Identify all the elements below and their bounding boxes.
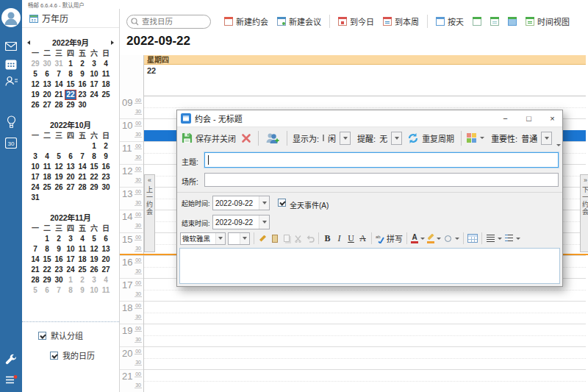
day-cell[interactable]: 13 — [65, 162, 76, 172]
day-cell[interactable]: 9 — [100, 152, 112, 162]
day-cell[interactable]: 29 — [88, 182, 100, 193]
invite-attendees-button[interactable] — [265, 132, 280, 144]
settings-button[interactable] — [5, 354, 17, 366]
day-cell[interactable]: 9 — [76, 69, 88, 79]
day-cell[interactable]: 19 — [53, 172, 65, 182]
day-cell[interactable]: 18 — [100, 79, 112, 90]
list-button[interactable] — [504, 232, 514, 244]
day-cell[interactable]: 1 — [41, 234, 53, 244]
prev-month-arrow-icon[interactable] — [27, 40, 30, 45]
day-cell[interactable]: 1 — [88, 141, 100, 152]
day-cell[interactable]: 26 — [53, 182, 65, 193]
day-cell[interactable]: 2 — [100, 141, 112, 152]
day-cell[interactable]: 6 — [100, 234, 112, 244]
highlight-button[interactable] — [427, 234, 434, 243]
save-and-close-button[interactable]: 保存并关闭 — [182, 132, 236, 144]
day-cell[interactable]: 12 — [88, 244, 100, 254]
day-cell[interactable]: 21 — [53, 90, 65, 100]
day-cell[interactable]: 28 — [29, 275, 41, 285]
day-cell[interactable]: 5 — [53, 152, 65, 162]
appointment-body-editor[interactable] — [179, 248, 560, 284]
day-hour-slot[interactable] — [144, 324, 586, 347]
day-cell[interactable]: 14 — [53, 79, 65, 90]
day-cell[interactable]: 3 — [29, 152, 41, 162]
delete-button[interactable] — [241, 133, 251, 143]
font-color-button[interactable]: A — [411, 234, 418, 243]
importance-dropdown[interactable] — [541, 132, 552, 145]
new-meeting-button[interactable]: 新建会议 — [277, 15, 321, 27]
day-cell[interactable]: 2 — [53, 234, 65, 244]
search-input[interactable] — [126, 15, 211, 29]
day-cell[interactable]: 7 — [76, 152, 88, 162]
calendar-nav-button[interactable] — [5, 59, 17, 70]
day-cell[interactable]: 20 — [41, 90, 53, 100]
day-cell[interactable]: 7 — [29, 244, 41, 254]
day-cell[interactable]: 12 — [53, 162, 65, 172]
day-cell[interactable]: 12 — [29, 79, 41, 90]
adjacent-month-day-cell[interactable]: 4 — [100, 275, 112, 285]
view-work-week-button[interactable] — [473, 17, 481, 26]
day-cell[interactable]: 2 — [76, 59, 88, 69]
day-cell[interactable]: 10 — [65, 244, 76, 254]
previous-appointment-tab[interactable]: « 上一约会 — [144, 174, 155, 252]
cut-button[interactable] — [293, 232, 303, 244]
menu-button[interactable] — [5, 374, 18, 385]
day-cell[interactable]: 16 — [53, 254, 65, 265]
dialog-titlebar[interactable]: 约会 - 无标题 − □ × — [177, 110, 562, 126]
day-cell[interactable]: 26 — [88, 265, 100, 275]
day-cell[interactable]: 13 — [41, 79, 53, 90]
calendar-filter-item[interactable]: 我的日历 — [50, 349, 119, 361]
day-cell[interactable]: 28 — [76, 182, 88, 193]
day-hour-slot[interactable] — [144, 347, 586, 370]
bold-button[interactable]: B — [323, 232, 332, 244]
recurrence-button[interactable]: 重复周期 — [407, 132, 454, 144]
end-date-combo[interactable]: 2022-09-22 — [212, 215, 270, 229]
day-cell[interactable]: 1 — [65, 59, 76, 69]
day-cell[interactable]: 11 — [100, 69, 112, 79]
day-cell[interactable]: 24 — [65, 265, 76, 275]
adjacent-month-day-cell[interactable]: 5 — [29, 285, 41, 296]
adjacent-month-day-cell[interactable]: 7 — [53, 285, 65, 296]
day-cell[interactable]: 6 — [65, 152, 76, 162]
day-cell[interactable]: 4 — [41, 152, 53, 162]
day-cell[interactable]: 21 — [29, 265, 41, 275]
day-cell[interactable]: 24 — [88, 90, 100, 100]
day-cell[interactable]: 29 — [41, 275, 53, 285]
day-hour-slot[interactable] — [144, 302, 586, 324]
undo-button[interactable] — [305, 232, 315, 244]
day-cell[interactable]: 29 — [65, 100, 76, 110]
copy-button[interactable] — [282, 232, 291, 244]
spellcheck-button[interactable]: ab 拼写 — [376, 232, 403, 244]
day-cell[interactable]: 3 — [65, 234, 76, 244]
day-cell[interactable]: 27 — [100, 265, 112, 275]
day-cell[interactable]: 8 — [65, 69, 76, 79]
day-cell[interactable]: 5 — [29, 69, 41, 79]
go-this-week-button[interactable]: 到本周 — [383, 15, 419, 27]
day-cell[interactable]: 16 — [76, 79, 88, 90]
day-cell[interactable]: 5 — [88, 234, 100, 244]
lantern-nav-button[interactable] — [6, 115, 17, 129]
day-cell[interactable]: 15 — [88, 162, 100, 172]
adjacent-month-day-cell[interactable]: 8 — [65, 285, 76, 296]
day-cell[interactable]: 16 — [100, 162, 112, 172]
all-day-area[interactable]: 22 — [144, 65, 586, 96]
day-cell[interactable]: 8 — [88, 152, 100, 162]
day-cell[interactable]: 14 — [76, 162, 88, 172]
day-cell[interactable]: 11 — [76, 244, 88, 254]
day-cell[interactable]: 23 — [53, 265, 65, 275]
close-button[interactable]: × — [542, 111, 562, 126]
adjacent-month-day-cell[interactable]: 9 — [76, 285, 88, 296]
day-cell[interactable]: 13 — [100, 244, 112, 254]
day-cell[interactable]: 27 — [65, 182, 76, 193]
day-cell[interactable]: 10 — [88, 69, 100, 79]
insert-table-button[interactable] — [467, 232, 478, 244]
day-cell[interactable]: 20 — [100, 254, 112, 265]
day-cell[interactable]: 17 — [88, 79, 100, 90]
start-date-dropdown[interactable] — [259, 196, 269, 210]
underline-button[interactable]: U — [346, 232, 356, 244]
adjacent-month-day-cell[interactable]: 2 — [76, 275, 88, 285]
italic-button[interactable]: I — [334, 232, 344, 244]
day-cell[interactable]: 25 — [41, 182, 53, 193]
font-size-combo[interactable] — [228, 232, 250, 245]
day-cell[interactable]: 21 — [76, 172, 88, 182]
